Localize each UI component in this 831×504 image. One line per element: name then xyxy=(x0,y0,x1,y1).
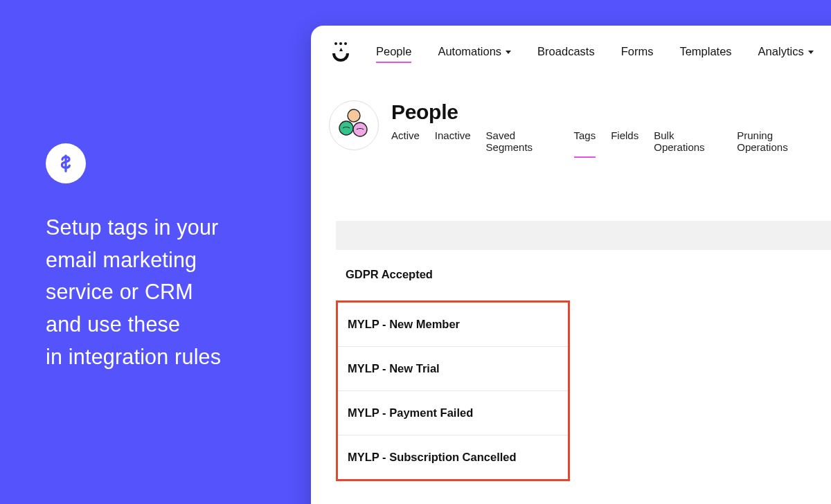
app-window: ▴ People Automations Broadcasts Forms Te… xyxy=(311,26,831,504)
tag-row[interactable]: MYLP - Subscription Cancelled xyxy=(338,435,568,479)
dollar-icon xyxy=(46,143,86,183)
page-header: People Active Inactive Saved Segments Ta… xyxy=(311,78,831,156)
tag-row[interactable]: GDPR Accepted xyxy=(336,250,831,296)
info-line: service or CRM xyxy=(46,276,221,308)
tag-row[interactable]: MYLP - Payment Failed xyxy=(338,390,568,435)
svg-point-2 xyxy=(353,123,367,136)
info-line: Setup tags in your xyxy=(46,211,221,244)
info-line: in integration rules xyxy=(46,341,221,373)
nav-analytics[interactable]: Analytics xyxy=(758,45,814,61)
top-nav: ▴ People Automations Broadcasts Forms Te… xyxy=(311,26,831,78)
svg-point-0 xyxy=(348,109,360,122)
subtab-bulk-operations[interactable]: Bulk Operations xyxy=(654,129,722,156)
nav-analytics-label: Analytics xyxy=(758,45,804,58)
chevron-down-icon xyxy=(808,51,814,54)
nav-people[interactable]: People xyxy=(376,45,411,61)
subtabs: Active Inactive Saved Segments Tags Fiel… xyxy=(391,129,819,156)
info-line: and use these xyxy=(46,308,221,341)
nav-broadcasts[interactable]: Broadcasts xyxy=(537,45,595,61)
subtab-pruning-operations[interactable]: Pruning Operations xyxy=(737,129,819,156)
nav-items: People Automations Broadcasts Forms Temp… xyxy=(376,45,814,61)
nav-automations[interactable]: Automations xyxy=(438,45,511,61)
subtab-saved-segments[interactable]: Saved Segments xyxy=(486,129,559,156)
people-avatar-icon xyxy=(329,100,379,150)
svg-point-1 xyxy=(339,121,353,135)
nav-templates[interactable]: Templates xyxy=(679,45,731,61)
page-title: People xyxy=(391,100,819,124)
info-text: Setup tags in your email marketing servi… xyxy=(46,211,221,372)
drip-logo-icon[interactable]: ▴ xyxy=(332,42,350,63)
nav-forms[interactable]: Forms xyxy=(621,45,654,61)
page-header-text: People Active Inactive Saved Segments Ta… xyxy=(391,100,819,156)
highlighted-tags-box: MYLP - New Member MYLP - New Trial MYLP … xyxy=(336,300,570,481)
subtab-inactive[interactable]: Inactive xyxy=(435,129,471,156)
subtab-fields[interactable]: Fields xyxy=(611,129,638,156)
tag-list: GDPR Accepted MYLP - New Member MYLP - N… xyxy=(311,250,831,481)
subtab-tags[interactable]: Tags xyxy=(574,129,596,156)
info-line: email marketing xyxy=(46,244,221,276)
info-panel: Setup tags in your email marketing servi… xyxy=(46,143,221,372)
tag-row[interactable]: MYLP - New Trial xyxy=(338,346,568,390)
table-header-band xyxy=(336,221,831,250)
nav-automations-label: Automations xyxy=(438,45,501,58)
tag-row[interactable]: MYLP - New Member xyxy=(338,303,568,346)
chevron-down-icon xyxy=(506,51,511,54)
subtab-active[interactable]: Active xyxy=(391,129,420,156)
